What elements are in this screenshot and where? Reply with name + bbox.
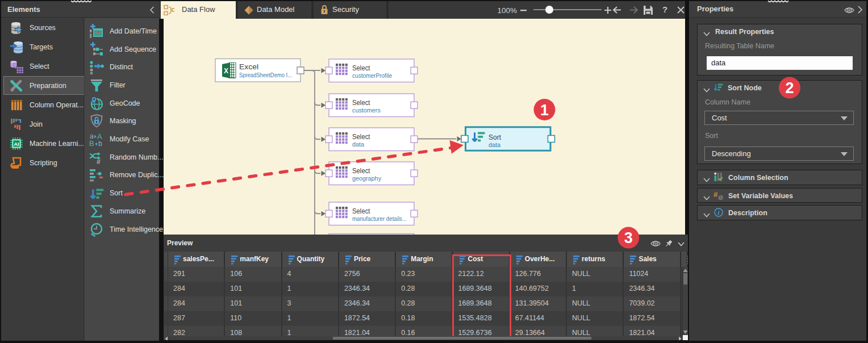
- svg-text:data: data: [489, 141, 500, 148]
- svg-text:Select: Select: [352, 207, 370, 215]
- svg-text:Select: Select: [352, 98, 370, 107]
- svg-text:#: #: [713, 190, 718, 199]
- svg-text:customers: customers: [352, 107, 381, 114]
- svg-text:customerProfile: customerProfile: [352, 72, 392, 79]
- svg-text:Select: Select: [352, 64, 370, 72]
- svg-text:@: @: [718, 195, 723, 200]
- svg-text:Select: Select: [352, 166, 370, 175]
- svg-text:Sort: Sort: [489, 133, 501, 141]
- svg-text:Excel: Excel: [239, 62, 258, 71]
- svg-text:Select: Select: [352, 132, 370, 141]
- svg-text:X: X: [224, 67, 228, 75]
- svg-text:SpreadSheetDemo I...: SpreadSheetDemo I...: [239, 72, 292, 78]
- svg-text:data: data: [352, 141, 364, 148]
- svg-text:AI: AI: [14, 141, 19, 147]
- svg-text:i: i: [717, 209, 720, 216]
- svg-text:B: B: [89, 139, 94, 147]
- svg-text:manufacturer details...: manufacturer details...: [352, 215, 407, 222]
- svg-text:geography: geography: [352, 175, 382, 182]
- svg-text:b: b: [98, 140, 102, 147]
- svg-text:#: #: [97, 158, 101, 165]
